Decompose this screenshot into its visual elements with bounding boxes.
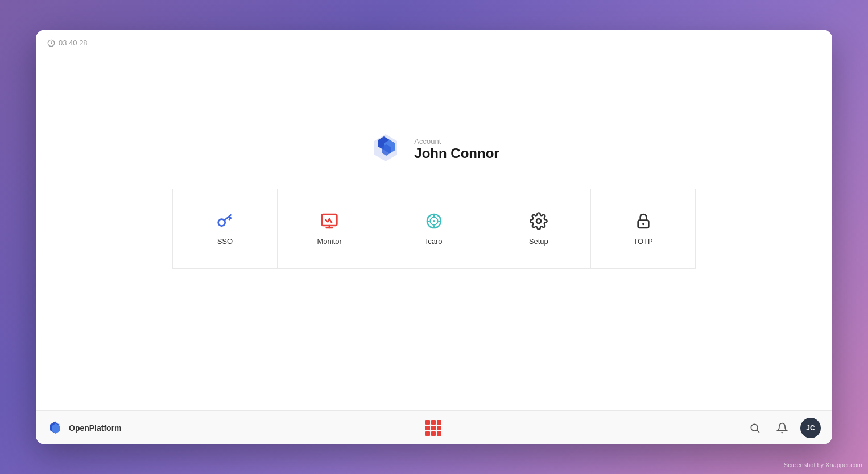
user-avatar[interactable]: JC bbox=[800, 418, 821, 438]
bottom-bar: OpenPlatform bbox=[36, 410, 832, 444]
icaro-icon bbox=[425, 212, 443, 230]
menu-label-icaro: Icaro bbox=[426, 237, 443, 246]
menu-item-setup[interactable]: Setup bbox=[486, 189, 591, 269]
menu-item-monitor[interactable]: Monitor bbox=[278, 189, 382, 269]
lock-icon bbox=[634, 212, 652, 230]
menu-item-sso[interactable]: SSO bbox=[173, 189, 278, 269]
time-value: 03 40 28 bbox=[59, 39, 88, 47]
brand-logo-icon bbox=[47, 420, 63, 436]
brand-name: OpenPlatform bbox=[69, 423, 122, 433]
account-label: Account bbox=[414, 137, 499, 145]
menu-label-totp: TOTP bbox=[633, 237, 652, 246]
time-display: 03 40 28 bbox=[47, 39, 88, 47]
monitor-icon bbox=[320, 212, 338, 230]
svg-point-15 bbox=[751, 424, 758, 431]
account-logo-icon bbox=[369, 132, 403, 166]
menu-label-setup: Setup bbox=[529, 237, 548, 246]
svg-point-11 bbox=[642, 223, 644, 225]
screenshot-credit: Screenshot by Xnapper.com bbox=[784, 461, 862, 468]
account-section: Account John Connor bbox=[369, 132, 499, 166]
gear-icon bbox=[530, 212, 548, 230]
avatar-initials: JC bbox=[806, 424, 815, 432]
menu-label-sso: SSO bbox=[217, 237, 233, 246]
account-info: Account John Connor bbox=[414, 137, 499, 161]
clock-icon bbox=[47, 39, 55, 47]
bottom-right: JC bbox=[746, 418, 821, 438]
search-button[interactable] bbox=[746, 419, 764, 437]
menu-item-totp[interactable]: TOTP bbox=[591, 189, 696, 269]
apps-grid-button[interactable] bbox=[423, 418, 444, 438]
menu-grid: SSO Monitor bbox=[172, 189, 696, 269]
main-content: 03 40 28 Account John Connor bbox=[36, 30, 832, 410]
menu-item-icaro[interactable]: Icaro bbox=[382, 189, 487, 269]
notifications-button[interactable] bbox=[773, 419, 791, 437]
menu-label-monitor: Monitor bbox=[317, 237, 342, 246]
account-name: John Connor bbox=[414, 145, 499, 161]
brand: OpenPlatform bbox=[47, 420, 122, 436]
app-window: 03 40 28 Account John Connor bbox=[36, 30, 832, 444]
bottom-center bbox=[423, 418, 444, 438]
grid-dots-icon bbox=[425, 420, 441, 436]
key-icon bbox=[216, 212, 234, 230]
svg-point-9 bbox=[433, 220, 435, 222]
